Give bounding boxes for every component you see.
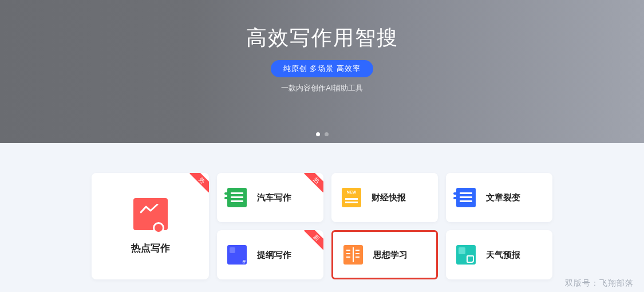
card-label: 文章裂变 (486, 192, 520, 203)
featured-card-label: 热点写作 (131, 242, 170, 255)
finance-icon (342, 188, 361, 207)
hero-banner: 高效写作用智搜 纯原创 多场景 高效率 一款内容创作AI辅助工具 (0, 0, 644, 143)
watermark-text: 双版号：飞翔部落 (565, 278, 634, 289)
cards-grid: 汽车写作 财经快报 文章裂变 提纲写作 思想学习 天气预报 (217, 173, 552, 279)
hero-subtitle: 一款内容创作AI辅助工具 (281, 83, 362, 93)
card-label: 天气预报 (486, 250, 520, 261)
split-icon (456, 188, 476, 207)
ribbon-new (304, 230, 323, 250)
card-label: 提纲写作 (257, 250, 291, 261)
carousel-dot-1[interactable] (316, 132, 320, 136)
ribbon-hot (189, 173, 209, 192)
weather-icon (456, 245, 476, 265)
card-label: 思想学习 (373, 250, 408, 261)
cards-section: 热点写作 汽车写作 财经快报 文章裂变 提纲写作 思想学习 天气预报 (0, 143, 644, 279)
card-finance-news[interactable]: 财经快报 (331, 173, 438, 222)
thought-icon (343, 245, 363, 265)
card-label: 财经快报 (372, 192, 406, 203)
card-article-split[interactable]: 文章裂变 (446, 173, 552, 222)
ribbon-hot (304, 173, 323, 192)
card-car-writing[interactable]: 汽车写作 (217, 173, 323, 222)
featured-card-hot-writing[interactable]: 热点写作 (92, 173, 209, 279)
card-outline-writing[interactable]: 提纲写作 (217, 230, 323, 279)
carousel-dot-2[interactable] (325, 132, 329, 136)
chart-monitor-icon (133, 198, 168, 230)
outline-icon (227, 245, 247, 265)
hero-title: 高效写作用智搜 (246, 24, 398, 52)
card-weather-forecast[interactable]: 天气预报 (446, 230, 552, 279)
carousel-dots[interactable] (316, 132, 329, 136)
card-thought-study[interactable]: 思想学习 (331, 230, 438, 279)
car-icon (227, 188, 247, 207)
card-label: 汽车写作 (257, 192, 291, 203)
hero-tagline-pill: 纯原创 多场景 高效率 (271, 60, 373, 77)
